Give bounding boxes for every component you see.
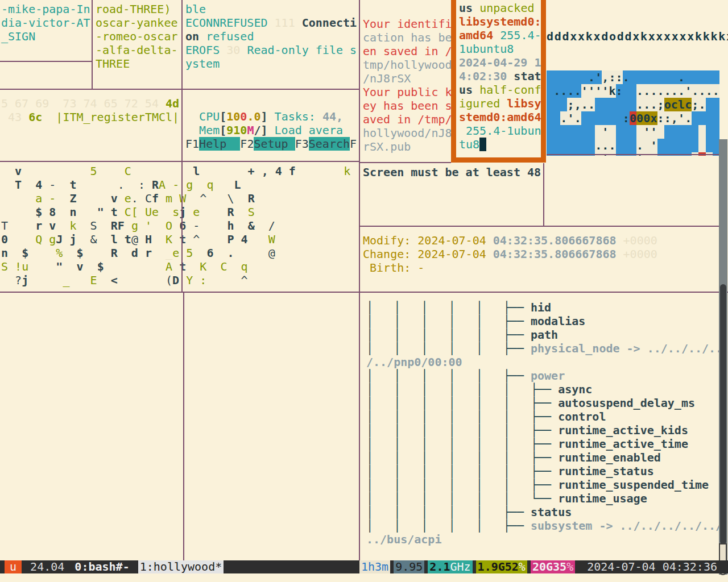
text-segment: Modify: <box>363 234 417 247</box>
pane-phonetic-words-left[interactable]: -mike-papa-India-victor-AT_SIGN <box>0 0 92 63</box>
art-cell <box>588 111 595 125</box>
art-cell: . <box>574 111 581 125</box>
text-segment: EROFS <box>185 43 226 57</box>
pane-screen-size-warning[interactable]: Screen must be at least 48 <box>360 163 545 227</box>
art-cell: . <box>643 84 650 98</box>
pane-phonetic-words-right[interactable]: road-THREE)oscar-yankee-romeo-oscar-alfa… <box>93 0 184 90</box>
window-tab-hollywood[interactable]: 1:hollywood* <box>138 560 224 573</box>
art-cell: . <box>698 84 705 98</box>
text-segment: 0 <box>1 232 8 246</box>
text-segment: │ │ │ │ │ ├── <box>366 301 531 314</box>
terminal-text-row: tu8 <box>459 138 541 151</box>
art-cell <box>698 70 705 84</box>
art-cell <box>609 125 615 139</box>
terminal-text-row: 0 Q gJ j & l t@ H K t ^ P 4 W <box>1 232 359 246</box>
text-segment: O <box>166 219 172 232</box>
text-segment: 44, <box>322 110 343 123</box>
text-segment: Z <box>69 192 76 205</box>
art-cell: 0 <box>636 111 643 125</box>
text-segment: t <box>179 260 186 273</box>
art-cell: . <box>560 84 567 98</box>
art-row: .',::. . <box>547 70 728 84</box>
terminal-text-row: T 4 - t . : RA - g q L <box>1 178 359 192</box>
text-segment: C <box>125 164 131 178</box>
text-segment <box>179 246 186 260</box>
art-cell: . <box>588 70 595 84</box>
text-segment <box>125 178 138 192</box>
text-segment <box>77 178 118 192</box>
pane-ssh-keygen[interactable]: Your identification has been saved in /t… <box>360 0 453 178</box>
art-cell <box>706 70 713 84</box>
text-segment: % <box>56 246 63 260</box>
terminal-text-row: │ │ │ │ │ ├── power <box>366 369 725 383</box>
art-cell <box>623 84 630 98</box>
text-segment <box>234 205 248 219</box>
pane-sysfs-tree[interactable]: │ │ │ │ │ ├── hid│ │ │ │ │ ├── modalias│… <box>360 293 725 567</box>
text-segment: a <box>35 192 42 205</box>
text-segment: g <box>131 219 138 232</box>
status-text: % <box>566 560 573 573</box>
text-segment: 04:32:35.806667868 <box>493 234 617 247</box>
art-cell: ; <box>692 98 698 111</box>
text-segment: 5 <box>90 164 97 178</box>
art-cell: : <box>609 70 615 84</box>
terminal-text-row: Your public k <box>363 85 453 99</box>
art-cell <box>713 70 719 84</box>
pane-ascii-art-map[interactable]: dddxxkxdoddxkxxxxxxkkkkxx .',::. . ....'… <box>547 0 728 156</box>
text-segment: : <box>200 273 206 287</box>
pane-errno-messages[interactable]: bleECONNREFUSED 111 Connection refusedER… <box>183 0 361 90</box>
text-segment: _SIGN <box>1 30 35 43</box>
window-tab-bash[interactable]: 0:bash#- <box>73 560 138 573</box>
pane-matrix-rain[interactable]: v 5 C l + , 4 f k T 4 - t . : RA - g q L… <box>0 162 359 293</box>
text-segment <box>282 164 289 178</box>
terminal-text-row: _SIGN <box>1 30 92 43</box>
art-cell <box>560 98 567 111</box>
art-cell <box>643 70 650 84</box>
art-cell <box>664 70 671 84</box>
scrollbar-thumb[interactable] <box>720 284 726 544</box>
art-cell: . <box>560 111 567 125</box>
pane-border <box>359 0 360 560</box>
terminal-text-row: Your identifi <box>363 17 453 31</box>
pane-empty-right[interactable] <box>544 155 715 225</box>
dpkg-log-text: us unpackedlibsystemd0:amd64 255.4-1ubun… <box>456 0 541 151</box>
art-cell <box>671 70 678 84</box>
terminal-text-row: │ │ │ │ │ │ ├── async <box>366 383 725 396</box>
art-cell: . <box>553 84 560 98</box>
art-cell <box>706 98 713 111</box>
text-segment: 4 <box>241 232 248 246</box>
pane-empty-bottom-left[interactable] <box>0 293 183 559</box>
pane-border <box>0 161 359 162</box>
text-segment: │ │ │ │ │ │ ├── <box>366 410 558 423</box>
text-segment <box>152 232 166 246</box>
text-segment <box>1 273 15 287</box>
pane-empty-top-left[interactable] <box>0 62 91 88</box>
art-cell <box>574 125 581 139</box>
text-segment: │ │ │ │ │ │ ├── <box>366 423 558 437</box>
text-segment <box>138 205 145 219</box>
text-segment <box>172 192 179 205</box>
pane-empty-bottom-mid[interactable] <box>185 293 358 559</box>
text-segment: Screen must be at least 48 <box>363 165 541 179</box>
text-segment: S <box>90 219 97 232</box>
pane-stat-timestamps[interactable]: Modify: 2024-07-04 04:32:35.806667868 +0… <box>360 227 721 297</box>
text-segment <box>479 138 486 151</box>
text-segment <box>84 260 97 273</box>
art-cell <box>671 125 678 139</box>
text-segment: stat <box>514 69 541 83</box>
pane-hexdump[interactable]: 5 67 69 73 74 65 72 54 4d 43 6c |ITM_reg… <box>0 90 182 167</box>
text-segment: ^ <box>241 273 248 287</box>
text-segment <box>234 219 248 232</box>
art-cell <box>692 70 698 84</box>
text-segment: half-conf <box>479 83 541 97</box>
art-cell <box>547 70 553 84</box>
text-segment: 4:02:30 <box>459 69 507 83</box>
art-cell <box>547 98 553 111</box>
active-pane-dpkg-log[interactable]: us unpackedlibsystemd0:amd64 255.4-1ubun… <box>451 0 546 163</box>
text-segment: rSX.pub <box>363 140 411 153</box>
status-text: 2024-07-04 04:32:36 <box>580 560 717 573</box>
terminal-text-row: Screen must be at least 48 <box>363 165 545 179</box>
terminal-text-row: ?j _ E < (D Y : ^ <box>1 273 359 287</box>
text-segment: stemd0:amd64 <box>459 110 541 124</box>
text-segment: ( <box>166 273 172 287</box>
